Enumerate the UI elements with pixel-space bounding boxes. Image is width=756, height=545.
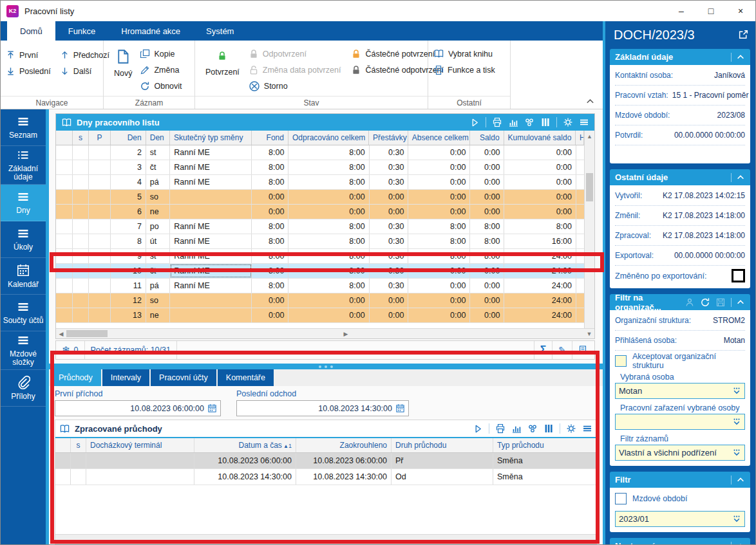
cell[interactable]: 8:00 (252, 264, 288, 278)
cell[interactable]: 8:00 (252, 219, 288, 234)
scroll-right-arrow[interactable]: ▶ (341, 331, 351, 337)
cell[interactable]: 0:00 (288, 190, 369, 204)
cell[interactable]: Ranní ME (170, 175, 252, 189)
combo-value[interactable]: 2023/01 (615, 511, 745, 527)
sidebar-item-p-lohy[interactable]: Přílohy (1, 370, 46, 407)
cell[interactable] (56, 190, 73, 204)
cell[interactable]: 8:00 (408, 219, 470, 234)
first-button[interactable]: První (6, 47, 51, 63)
cell[interactable] (170, 190, 252, 204)
sidebar-item-mzdov-slo-ky[interactable]: Mzdové složky (1, 331, 46, 370)
cell[interactable]: 4 (111, 175, 146, 189)
cell[interactable]: 0:00 (408, 145, 470, 160)
cell[interactable] (56, 308, 73, 322)
cell[interactable] (576, 219, 584, 234)
cell[interactable]: 8:00 (504, 219, 576, 234)
combo-vybran-osoba[interactable]: Motan (615, 383, 745, 399)
run-toolbar-icon[interactable] (473, 424, 483, 434)
cell[interactable]: 10 (111, 264, 146, 278)
cell[interactable]: 0:30 (370, 279, 409, 293)
cell[interactable]: 0:00 (252, 293, 288, 308)
cell[interactable]: 0:00 (408, 205, 470, 219)
cell[interactable]: 2 (111, 145, 146, 160)
table-row-day-4[interactable]: 4páRanní ME8:008:000:300:000:000:00 (56, 175, 584, 190)
cell[interactable]: 0:30 (370, 175, 409, 189)
tab-funkce[interactable]: Funkce (55, 21, 109, 41)
cell[interactable] (86, 453, 194, 468)
snowflake-icon[interactable]: ❄ (62, 344, 70, 356)
cell[interactable]: 12 (111, 293, 146, 308)
cell[interactable]: Směna (493, 453, 596, 468)
cell[interactable] (576, 205, 584, 219)
cell[interactable]: 0:00 (504, 145, 576, 160)
cell[interactable] (73, 308, 90, 322)
table-row-day-9[interactable]: 9stRanní ME8:008:000:308:008:0024:00 (56, 249, 584, 264)
cell[interactable]: 0:00 (370, 190, 409, 204)
columns-toolbar-icon[interactable] (540, 117, 551, 127)
cell[interactable]: 10.08.2023 14:30:00 (194, 469, 296, 485)
section-header-filtr[interactable]: Filtr (610, 472, 750, 488)
cell[interactable] (89, 234, 111, 248)
cell[interactable] (576, 264, 584, 278)
section-header-zakladni[interactable]: Základní údaje (610, 49, 750, 65)
checkbox[interactable] (732, 269, 745, 282)
cell[interactable] (73, 279, 90, 293)
cell[interactable] (73, 205, 90, 219)
cell[interactable]: 8:00 (408, 249, 470, 263)
cell[interactable] (576, 175, 584, 189)
cell[interactable]: 0:00 (408, 279, 470, 293)
cell[interactable]: 24:00 (504, 308, 576, 322)
cell[interactable]: 9 (111, 249, 146, 263)
cell[interactable]: 0:00 (288, 293, 369, 308)
cell[interactable] (89, 205, 111, 219)
cell[interactable]: 7 (111, 219, 146, 234)
tab-hromadn-akce[interactable]: Hromadné akce (108, 21, 193, 41)
sidebar-item-z-kladn-daje[interactable]: Základní údaje (1, 146, 46, 185)
scroll-thumb[interactable] (66, 330, 108, 337)
pivot-toolbar-icon[interactable] (524, 117, 534, 127)
cell[interactable]: pá (146, 279, 170, 293)
bottom-tab-koment-e[interactable]: Komentáře (218, 369, 274, 386)
column-header-Fond[interactable]: Fond (252, 131, 288, 145)
cell[interactable]: Od (392, 469, 493, 485)
select-book-button[interactable]: Vybrat knihu (433, 46, 505, 62)
functions-print-button[interactable]: Funkce a tisk (433, 62, 505, 78)
cell[interactable]: 8:00 (288, 160, 369, 174)
cell[interactable]: 0:00 (408, 190, 470, 204)
column-header-Ho[interactable]: Ho (576, 131, 584, 145)
popout-icon[interactable] (738, 29, 749, 40)
cell[interactable]: 24:00 (504, 249, 576, 263)
cell[interactable]: Ranní ME (170, 160, 252, 174)
cell[interactable]: Ranní ME (170, 145, 252, 160)
cell[interactable]: 8:00 (288, 145, 369, 160)
cell[interactable] (56, 160, 73, 174)
cell[interactable]: 8 (111, 234, 146, 248)
collapse-section-icon[interactable] (731, 298, 745, 307)
cell[interactable]: 0:00 (408, 293, 470, 308)
save-icon[interactable] (715, 297, 726, 308)
table-row-day-7[interactable]: 7poRanní ME8:008:000:308:008:008:00 (56, 219, 584, 234)
cell[interactable] (56, 279, 73, 293)
table-row-day-5[interactable]: 5so0:000:000:000:000:000:00 (56, 190, 584, 205)
column-header-P[interactable]: P (89, 131, 110, 145)
cell[interactable]: Směna (493, 469, 596, 485)
passage-row[interactable]: 10.08.2023 06:00:0010.08.2023 06:00:00Př… (55, 453, 596, 469)
close-button[interactable]: × (726, 1, 755, 21)
maximize-button[interactable]: □ (696, 1, 726, 21)
cell[interactable]: Ranní ME (170, 219, 252, 234)
cell[interactable]: 0:00 (504, 160, 576, 174)
scroll-thumb[interactable] (586, 173, 593, 201)
passage-row[interactable]: 10.08.2023 14:30:0010.08.2023 14:30:00Od… (55, 469, 596, 485)
tab-dom-[interactable]: Domů (7, 21, 55, 41)
cell[interactable]: 0:00 (288, 308, 369, 322)
cell[interactable] (56, 145, 73, 160)
cell[interactable] (73, 190, 90, 204)
cell[interactable]: 0:00 (288, 205, 369, 219)
cell[interactable]: 8:00 (252, 175, 288, 189)
cell[interactable]: 10.08.2023 06:00:00 (194, 453, 296, 468)
cell[interactable] (86, 469, 194, 485)
cell[interactable]: 11 (111, 279, 146, 293)
cell[interactable]: st (146, 249, 170, 263)
subgrid-column-Datum a čas[interactable]: Datum a čas ▲1 (194, 438, 296, 452)
table-row-day-13[interactable]: 13ne0:000:000:000:000:0024:00 (56, 308, 584, 323)
